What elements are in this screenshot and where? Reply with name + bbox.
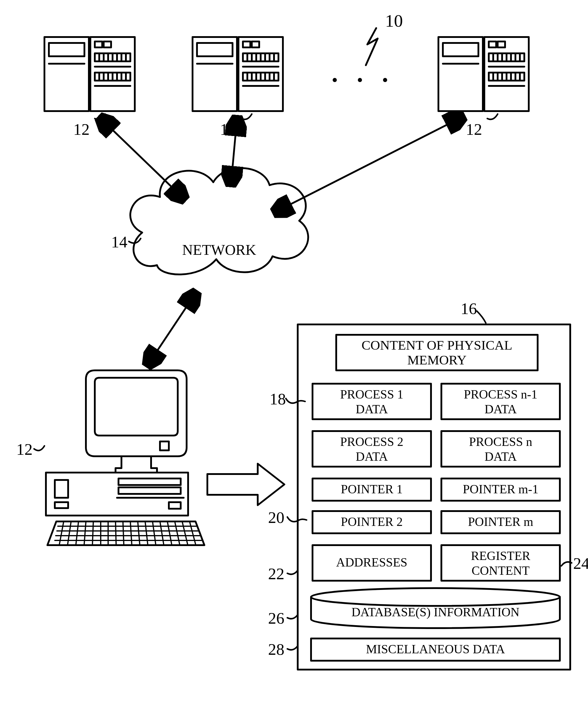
ref-22-label: 22: [268, 565, 284, 583]
ref-10: 10: [366, 11, 403, 65]
svg-line-45: [76, 521, 78, 545]
ellipsis-dots: [333, 78, 387, 82]
svg-rect-36: [118, 487, 181, 494]
svg-rect-34: [55, 502, 68, 508]
desktop-computer: [46, 370, 204, 545]
proc-row-2: PROCESS 2 DATA PROCESS n DATA: [312, 431, 560, 467]
svg-line-30: [148, 293, 196, 365]
database-label: DATABASE(S) INFORMATION: [351, 605, 519, 619]
svg-line-50: [115, 521, 116, 545]
addr-reg-row: ADDRESSES REGISTER CONTENT: [312, 545, 560, 581]
pointer-2: POINTER 2: [341, 515, 403, 528]
svg-rect-38: [169, 502, 181, 509]
svg-line-56: [160, 521, 164, 545]
ref-18: 18: [270, 390, 305, 408]
svg-line-55: [153, 521, 156, 545]
ref-28: 28: [268, 640, 298, 658]
svg-line-44: [67, 521, 71, 545]
diagram-canvas: 10 12 12 12 NETWORK 14: [0, 0, 588, 701]
svg-rect-33: [55, 480, 68, 498]
proc-row-1: PROCESS 1 DATA PROCESS n-1 DATA: [312, 384, 560, 419]
register-l1: REGISTER: [471, 549, 531, 563]
svg-rect-35: [118, 478, 181, 485]
svg-line-51: [123, 521, 124, 545]
register-l2: CONTENT: [472, 564, 530, 577]
ref-22: 22: [268, 565, 298, 583]
svg-line-60: [190, 521, 196, 545]
ref-16-label: 16: [461, 299, 477, 317]
ref-16: 16: [461, 299, 486, 323]
ref-12-d: 12: [16, 440, 44, 458]
svg-line-52: [130, 521, 132, 545]
process-n-l2: DATA: [485, 450, 517, 463]
ref-20-label: 20: [268, 508, 284, 526]
connection-arrows: [101, 117, 462, 365]
svg-rect-31: [160, 441, 169, 450]
process-1-l1: PROCESS 1: [340, 388, 403, 401]
server-2: [193, 37, 283, 111]
ref-26-label: 26: [268, 609, 284, 627]
svg-line-58: [175, 521, 180, 545]
server-3: [438, 37, 529, 111]
content-arrow: [207, 464, 284, 505]
svg-point-73: [311, 588, 560, 606]
network-cloud: NETWORK: [130, 168, 308, 274]
misc-data-label: MISCELLANEOUS DATA: [366, 642, 505, 656]
ptr-row-1: POINTER 1 POINTER m-1: [312, 478, 560, 501]
server-1: [44, 37, 135, 111]
svg-line-46: [84, 521, 86, 545]
process-1-l2: DATA: [356, 402, 388, 416]
process-2-l1: PROCESS 2: [340, 435, 403, 449]
ref-20: 20: [268, 508, 307, 526]
network-label: NETWORK: [182, 241, 256, 258]
memory-title-box: CONTENT OF PHYSICAL MEMORY: [336, 335, 538, 370]
ref-24: 24: [561, 554, 588, 572]
process-2-l2: DATA: [356, 450, 388, 463]
svg-line-43: [59, 521, 64, 545]
server-lead-lines: [95, 114, 498, 120]
svg-line-57: [168, 521, 172, 545]
ref-14: 14: [111, 233, 141, 251]
svg-line-59: [182, 521, 188, 545]
svg-point-26: [383, 78, 387, 82]
memory-title-l2: MEMORY: [407, 353, 467, 368]
ref-12-b: 12: [220, 120, 236, 138]
pointer-1: POINTER 1: [341, 482, 403, 496]
svg-line-47: [92, 521, 93, 545]
ptr-row-2: POINTER 2 POINTER m: [312, 511, 560, 533]
addresses-label: ADDRESSES: [336, 555, 407, 569]
ref-10-label: 10: [385, 11, 403, 30]
svg-line-27: [101, 119, 184, 199]
ref-12-a: 12: [73, 120, 90, 138]
database-cylinder: DATABASE(S) INFORMATION: [311, 588, 560, 628]
svg-line-54: [145, 521, 148, 545]
ref-14-label: 14: [111, 233, 127, 251]
svg-point-25: [358, 78, 362, 82]
process-n1-l1: PROCESS n-1: [464, 388, 538, 401]
ref-26: 26: [268, 609, 298, 627]
process-n1-l2: DATA: [485, 402, 517, 416]
ref-12-c: 12: [466, 120, 482, 138]
svg-point-24: [333, 78, 337, 82]
svg-line-53: [138, 521, 140, 545]
pointer-m1: POINTER m-1: [463, 482, 539, 496]
ref-28-label: 28: [268, 640, 284, 658]
ref-18-label: 18: [270, 390, 286, 408]
memory-title-l1: CONTENT OF PHYSICAL: [361, 338, 512, 353]
ref-24-label: 24: [573, 554, 588, 572]
misc-data-box: MISCELLANEOUS DATA: [311, 639, 560, 661]
process-n-l1: PROCESS n: [469, 435, 532, 449]
svg-line-29: [276, 117, 462, 212]
pointer-m: POINTER m: [468, 515, 534, 528]
ref-12-d-label: 12: [16, 440, 33, 458]
